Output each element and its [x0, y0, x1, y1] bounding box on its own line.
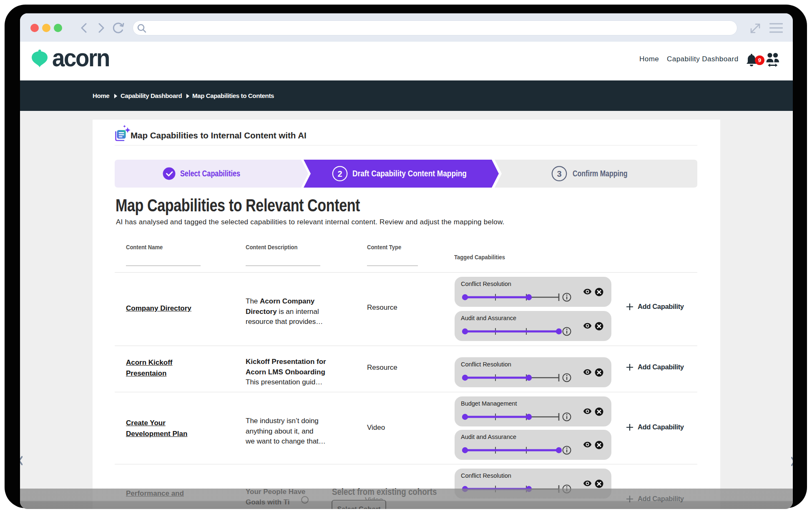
svg-text:3: 3: [557, 169, 561, 178]
svg-text:2: 2: [337, 169, 342, 178]
